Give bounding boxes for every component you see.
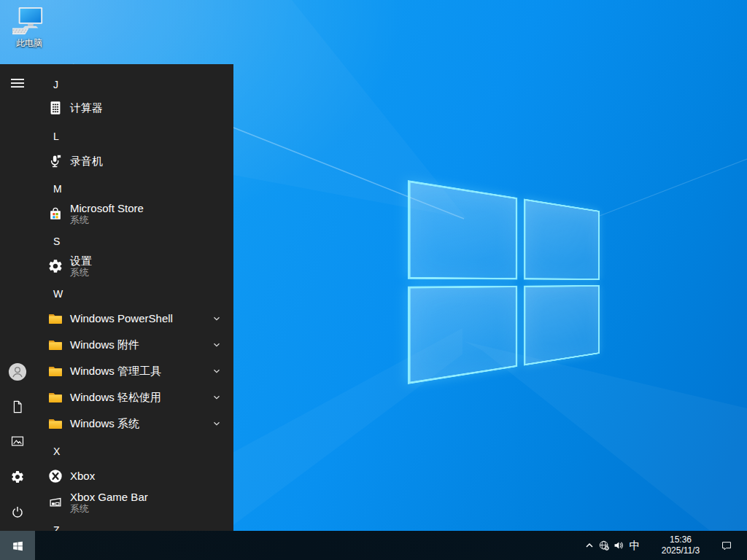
clock-date: 2025/11/3 [662, 545, 700, 556]
this-pc-icon [12, 6, 46, 36]
volume-button[interactable] [611, 531, 626, 560]
folder-icon [47, 389, 64, 406]
xbox-icon [47, 467, 64, 485]
settings-icon [47, 257, 64, 275]
app-label: Windows 系统 [70, 418, 139, 429]
clock-time: 15:36 [670, 534, 692, 545]
app-label: Microsoft Store [70, 203, 144, 214]
app-text: Xbox Game Bar系统 [70, 491, 148, 514]
hamburger-icon [10, 76, 25, 93]
start-menu-rail [0, 64, 35, 531]
calculator-icon [47, 99, 64, 117]
rail-menu-button[interactable] [0, 67, 35, 102]
notification-icon [712, 531, 741, 560]
app-text: Windows PowerShell [70, 313, 173, 324]
section-letter-W[interactable]: W [53, 283, 63, 305]
app-row-xbox[interactable]: Xbox [35, 463, 233, 489]
chevron-down-icon[interactable] [212, 314, 222, 324]
folder-icon [47, 415, 64, 432]
app-sublabel: 系统 [70, 214, 144, 225]
power-icon [10, 505, 25, 522]
rail-power-button[interactable] [0, 496, 35, 531]
app-sublabel: 系统 [70, 503, 148, 514]
desktop-icon-label: 此电脑 [16, 37, 42, 50]
start-button[interactable] [0, 531, 35, 560]
app-row-录音机[interactable]: 录音机 [35, 148, 233, 174]
app-label: 设置 [70, 255, 92, 267]
app-label: Windows 附件 [70, 339, 139, 351]
start-menu-app-list: J计算器L录音机MMicrosoft Store系统S设置系统WWindows … [35, 64, 233, 531]
app-text: Windows 附件 [70, 339, 139, 351]
pictures-icon [10, 434, 25, 451]
app-text: Windows 管理工具 [70, 365, 161, 377]
volume-icon [611, 531, 626, 560]
store-icon [47, 205, 64, 222]
logo-pane [408, 285, 517, 384]
app-text: Microsoft Store系统 [70, 203, 144, 225]
taskbar[interactable]: 中 15:36 2025/11/3 [0, 531, 747, 560]
chevron-down-icon[interactable] [212, 392, 222, 402]
app-label: 计算器 [70, 102, 103, 114]
system-tray: 中 15:36 2025/11/3 [582, 531, 747, 560]
app-row-xbox-game-bar[interactable]: Xbox Game Bar系统 [35, 489, 233, 516]
app-row-设置[interactable]: 设置系统 [35, 253, 233, 279]
desktop-icon-this-pc[interactable]: 此电脑 [6, 6, 53, 58]
app-row-windows-轻松使用[interactable]: Windows 轻松使用 [35, 384, 233, 411]
rail-user-button[interactable] [0, 356, 35, 391]
app-text: Xbox [70, 470, 95, 482]
chevron-down-icon[interactable] [212, 340, 222, 350]
rail-documents-button[interactable] [0, 391, 35, 426]
logo-pane [408, 180, 517, 279]
section-letter-Z[interactable]: Z [53, 519, 60, 531]
app-sublabel: 系统 [70, 267, 92, 278]
app-row-windows-系统[interactable]: Windows 系统 [35, 411, 233, 437]
voice-recorder-icon [47, 152, 64, 170]
hidden-icons-button[interactable] [582, 531, 597, 560]
app-row-windows-管理工具[interactable]: Windows 管理工具 [35, 358, 233, 384]
folder-icon [47, 362, 64, 380]
action-center-button[interactable] [712, 531, 741, 560]
app-row-windows-附件[interactable]: Windows 附件 [35, 332, 233, 358]
app-text: Windows 系统 [70, 418, 139, 429]
section-letter-M[interactable]: M [53, 178, 62, 200]
settings-icon [10, 470, 25, 487]
user-icon [8, 362, 27, 384]
app-label: 录音机 [70, 155, 103, 167]
app-label: Xbox [70, 470, 95, 482]
section-letter-S[interactable]: S [53, 230, 60, 252]
windows-logo-icon [0, 531, 35, 560]
chevron-down-icon[interactable] [212, 366, 222, 376]
app-row-计算器[interactable]: 计算器 [35, 95, 233, 121]
chevron-up-icon [582, 531, 597, 560]
ime-indicator[interactable]: 中 [626, 531, 643, 560]
section-letter-J[interactable]: J [53, 74, 58, 96]
app-label: Windows 管理工具 [70, 365, 161, 377]
logo-pane [524, 285, 600, 366]
clock[interactable]: 15:36 2025/11/3 [654, 531, 708, 560]
folder-icon [47, 310, 64, 327]
app-label: Windows 轻松使用 [70, 392, 161, 403]
section-letter-L[interactable]: L [53, 125, 59, 147]
document-icon [10, 400, 25, 417]
chevron-down-icon[interactable] [212, 419, 222, 429]
logo-pane [524, 198, 600, 279]
network-button[interactable] [597, 531, 611, 560]
rail-settings-button[interactable] [0, 461, 35, 496]
rail-pictures-button[interactable] [0, 425, 35, 460]
app-row-microsoft-store[interactable]: Microsoft Store系统 [35, 201, 233, 227]
start-menu: J计算器L录音机MMicrosoft Store系统S设置系统WWindows … [0, 64, 233, 531]
wallpaper-windows-logo [408, 180, 600, 384]
section-letter-X[interactable]: X [53, 440, 60, 462]
app-row-windows-powershell[interactable]: Windows PowerShell [35, 306, 233, 332]
globe-offline-icon [597, 531, 611, 560]
app-text: 设置系统 [70, 255, 92, 278]
app-label: Xbox Game Bar [70, 491, 148, 503]
folder-icon [47, 336, 64, 354]
xbox-game-bar-icon [47, 494, 64, 511]
app-label: Windows PowerShell [70, 313, 173, 324]
app-text: Windows 轻松使用 [70, 392, 161, 403]
app-text: 计算器 [70, 102, 103, 114]
app-text: 录音机 [70, 155, 103, 167]
